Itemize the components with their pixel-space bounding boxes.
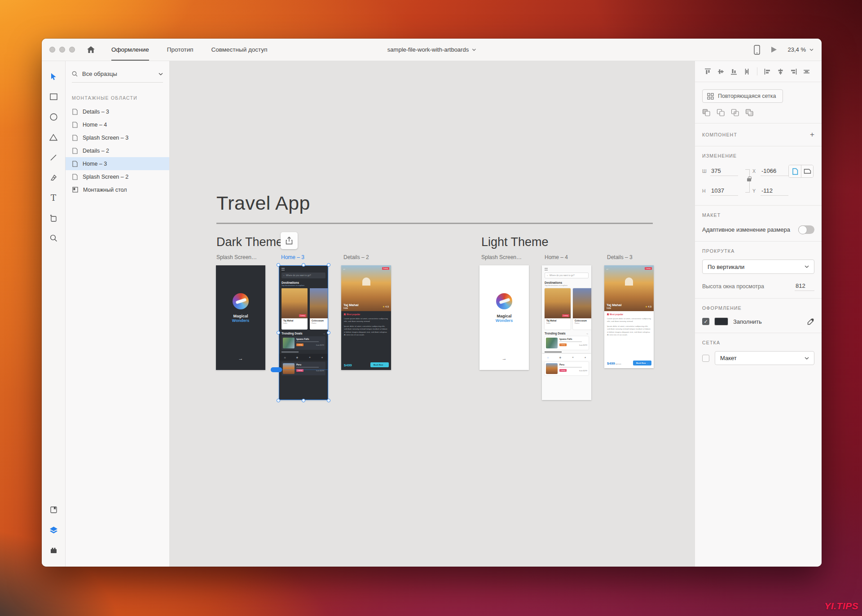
portrait-orientation-button[interactable]	[789, 165, 801, 177]
grid-mode-select[interactable]: Макет	[715, 351, 814, 365]
most-popular-tag: Most popular	[347, 313, 360, 316]
sidebar-item-splash-2[interactable]: Splash Screen – 2	[66, 170, 169, 183]
light-theme-label[interactable]: Light Theme	[481, 235, 549, 249]
artboard-label-details-3[interactable]: Details – 3	[607, 254, 633, 260]
landscape-orientation-button[interactable]	[801, 165, 813, 177]
close-window-button[interactable]	[49, 47, 55, 53]
resize-handle-n[interactable]	[302, 263, 305, 267]
viewport-height-handle[interactable]	[271, 367, 282, 372]
responsive-resize-row: Адаптивное изменение размера	[702, 225, 814, 234]
canvas-divider-line[interactable]	[216, 223, 653, 224]
sidebar-item-splash-3[interactable]: Splash Screen – 3	[66, 131, 169, 144]
sidebar-item-artboard-tool[interactable]: Монтажный стол	[66, 183, 169, 196]
layers-panel-button[interactable]	[42, 520, 65, 540]
resize-handle-e[interactable]	[327, 331, 330, 334]
align-center-icon[interactable]	[775, 67, 786, 75]
scroll-mode-value: По вертикали	[708, 264, 744, 270]
plugins-panel-button[interactable]	[42, 540, 65, 560]
orientation-toggle	[788, 165, 814, 178]
width-input[interactable]	[710, 167, 738, 176]
sidebar-item-home-4[interactable]: Home – 4	[66, 118, 169, 131]
play-preview-icon[interactable]	[771, 46, 777, 53]
minimize-window-button[interactable]	[59, 47, 65, 53]
document-title[interactable]: sample-file-work-with-artboards	[387, 39, 476, 61]
sidebar-item-details-2[interactable]: Details – 2	[66, 144, 169, 157]
responsive-resize-toggle[interactable]	[798, 225, 814, 234]
boolean-subtract-icon[interactable]	[717, 109, 726, 117]
resize-handle-w[interactable]	[277, 331, 280, 334]
fill-checkbox[interactable]: ✓	[702, 318, 709, 325]
boolean-union-icon[interactable]	[702, 109, 711, 117]
pen-tool[interactable]	[42, 167, 65, 188]
rectangle-tool[interactable]	[42, 87, 65, 107]
artboard-splash-light[interactable]: Magical Wonders →	[479, 265, 529, 370]
luxury-badge: Luxury	[299, 314, 306, 317]
add-component-button[interactable]: +	[810, 130, 814, 139]
details-paragraph: Lorem ipsum dolor sit amet, consectetur …	[344, 317, 388, 323]
page-icon	[72, 174, 78, 180]
eyedropper-icon[interactable]	[807, 318, 814, 326]
zoom-tool[interactable]	[42, 228, 65, 248]
design-canvas[interactable]: Travel App Dark Theme Light Theme Splash…	[170, 61, 695, 567]
x-input[interactable]	[761, 167, 788, 176]
zoom-control[interactable]: 23,4 %	[788, 46, 814, 53]
artboard-label-home-4[interactable]: Home – 4	[545, 254, 568, 260]
distribute-horizontal-icon[interactable]	[801, 67, 812, 75]
boolean-exclude-icon[interactable]	[745, 109, 754, 117]
sidebar-item-home-3[interactable]: Home – 3	[66, 157, 169, 170]
resize-handle-nw[interactable]	[277, 263, 280, 267]
align-left-icon[interactable]	[762, 67, 773, 75]
distribute-vertical-icon[interactable]	[741, 67, 752, 75]
resize-handle-s[interactable]	[302, 399, 305, 402]
assets-panel-button[interactable]	[42, 500, 65, 520]
align-right-icon[interactable]	[788, 67, 799, 75]
resize-handle-ne[interactable]	[327, 263, 330, 267]
device-preview-icon[interactable]	[754, 45, 760, 55]
tab-prototype[interactable]: Прототип	[167, 39, 194, 61]
tab-design[interactable]: Оформление	[111, 39, 149, 61]
artboard-home-4[interactable]: ⌕ Where do you want to go? Destinations …	[542, 265, 591, 400]
chevron-down-icon[interactable]	[158, 73, 163, 75]
home-nav-icon: ⌂	[547, 356, 549, 359]
sidebar-item-details-3[interactable]: Details – 3	[66, 105, 169, 118]
text-tool[interactable]: T	[42, 188, 65, 208]
artboard-label-details-2[interactable]: Details – 2	[343, 254, 369, 260]
artboard-home-3[interactable]: ⌕ Where do you want to go? Destinations …	[279, 265, 328, 400]
artboard-details-3[interactable]: ← Luxury Taj MahalIndia ★ 4.9 Most popul…	[604, 265, 654, 368]
price-suffix: /person	[616, 363, 621, 365]
viewport-height-input[interactable]	[795, 282, 814, 291]
grid-checkbox[interactable]	[702, 355, 709, 362]
fill-color-swatch[interactable]	[714, 317, 728, 326]
scroll-indicator	[281, 352, 299, 352]
artboard-label-splash-dark[interactable]: Splash Screen…	[216, 254, 257, 260]
artboard-tool[interactable]	[42, 208, 65, 228]
artboard-details-2[interactable]: ← Luxury Taj MahalIndia ★ 4.9 Most popul…	[341, 265, 391, 370]
ellipse-tool[interactable]	[42, 107, 65, 127]
select-tool[interactable]	[42, 66, 65, 87]
artboard-label-splash-light[interactable]: Splash Screen…	[481, 254, 522, 260]
zoom-window-button[interactable]	[69, 47, 75, 53]
home-button[interactable]	[87, 39, 95, 61]
align-bottom-icon[interactable]	[728, 67, 739, 75]
assets-search[interactable]: Все образцы	[72, 66, 163, 83]
card-location: India	[283, 322, 306, 324]
dark-theme-label[interactable]: Dark Theme	[216, 235, 283, 249]
boolean-intersect-icon[interactable]	[731, 109, 740, 117]
align-top-icon[interactable]	[702, 67, 713, 75]
lock-aspect-icon[interactable]	[747, 178, 751, 181]
align-middle-icon[interactable]	[715, 67, 726, 75]
polygon-tool[interactable]	[42, 127, 65, 147]
resize-handle-se[interactable]	[327, 399, 330, 402]
line-tool[interactable]	[42, 147, 65, 167]
export-share-button[interactable]	[281, 232, 298, 249]
resize-handle-sw[interactable]	[277, 399, 280, 402]
scroll-mode-select[interactable]: По вертикали	[702, 260, 814, 274]
artboard-label-home-3[interactable]: Home – 3	[281, 254, 304, 260]
destination-card-colosseum: ColosseumRome	[310, 288, 328, 330]
artboard-splash-dark[interactable]: Magical Wonders →	[216, 265, 265, 370]
tab-share[interactable]: Совместный доступ	[211, 39, 268, 61]
height-input[interactable]	[710, 186, 738, 196]
repeat-grid-button[interactable]: Повторяющаяся сетка	[702, 89, 783, 103]
y-input[interactable]	[761, 186, 788, 196]
canvas-page-title[interactable]: Travel App	[216, 192, 310, 214]
